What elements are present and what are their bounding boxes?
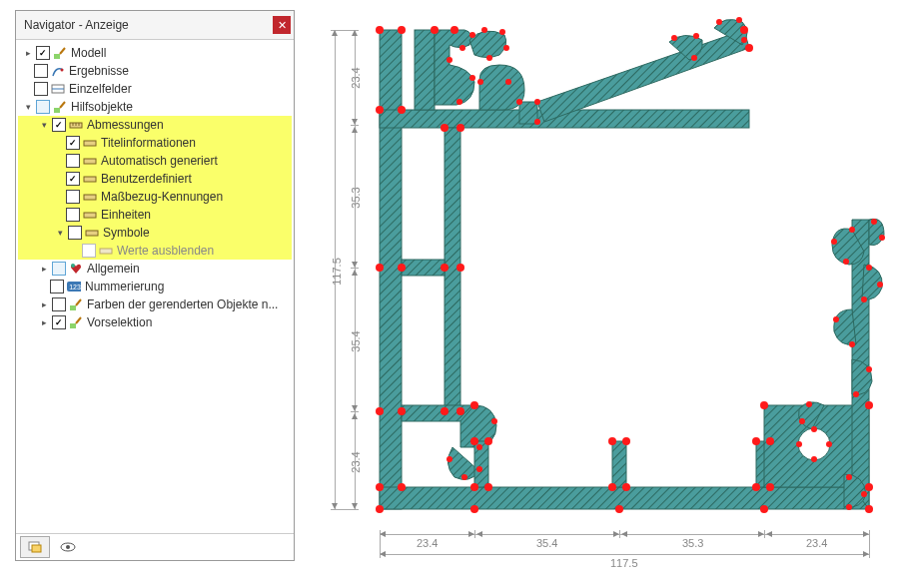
checkbox[interactable] (82, 244, 96, 258)
tree-item-modell[interactable]: Modell (69, 44, 106, 62)
arrow-icon (613, 531, 619, 537)
checkbox[interactable] (66, 190, 80, 204)
tree-item-abmessungen[interactable]: Abmessungen (85, 116, 164, 134)
svg-rect-0 (54, 54, 60, 59)
checkbox[interactable] (50, 280, 64, 294)
svg-point-113 (831, 239, 837, 245)
svg-point-107 (865, 505, 873, 513)
tab-eye-icon[interactable] (54, 537, 82, 557)
svg-point-126 (846, 504, 852, 510)
svg-point-52 (398, 407, 406, 415)
tree-item-farben[interactable]: Farben der gerenderten Objekte n... (85, 295, 278, 313)
checkbox[interactable] (34, 64, 48, 78)
svg-rect-11 (84, 141, 96, 146)
arrow-icon (476, 531, 482, 537)
checkbox[interactable] (52, 262, 66, 276)
expander[interactable]: ▾ (22, 101, 34, 113)
svg-point-86 (470, 483, 478, 491)
dim-line (380, 554, 869, 555)
checkbox[interactable] (68, 226, 82, 240)
expander[interactable]: ▸ (38, 298, 50, 310)
svg-rect-26 (32, 545, 41, 552)
svg-point-63 (481, 27, 487, 33)
expander[interactable]: ▾ (54, 227, 66, 239)
svg-point-125 (861, 491, 867, 497)
tree-item-titelinformationen[interactable]: Titelinformationen (99, 134, 196, 152)
tab-panel-icon[interactable] (20, 536, 50, 558)
svg-point-101 (447, 456, 452, 462)
svg-point-106 (865, 483, 873, 491)
close-icon: ✕ (278, 19, 287, 32)
svg-point-74 (716, 19, 722, 25)
svg-point-130 (615, 505, 623, 513)
arrow-icon (766, 531, 772, 537)
checkbox[interactable] (66, 136, 80, 150)
navigator-panel: Navigator - Anzeige ✕ ▸ Modell Ergebniss… (15, 10, 295, 561)
ruler-icon (83, 208, 97, 222)
dim-h4: 23.4 (806, 537, 827, 549)
checkbox[interactable] (36, 100, 50, 114)
tree-item-werte-ausblenden[interactable]: Werte ausblenden (115, 242, 214, 260)
tree-item-vorselektion[interactable]: Vorselektion (85, 313, 152, 331)
dim-tick (869, 530, 870, 558)
svg-point-73 (745, 44, 753, 52)
svg-point-59 (459, 45, 465, 51)
svg-point-84 (441, 407, 449, 415)
heart-icon (69, 262, 83, 276)
checkbox[interactable] (66, 208, 80, 222)
tree-item-massbezug[interactable]: Maßbezug-Kennungen (99, 188, 223, 206)
tree-item-hilfsobjekte[interactable]: Hilfsobjekte (69, 98, 133, 116)
checkbox[interactable] (52, 118, 66, 132)
svg-point-57 (450, 26, 458, 34)
tree-item-symbole[interactable]: Symbole (101, 224, 150, 242)
expander[interactable]: ▸ (38, 316, 50, 328)
svg-rect-16 (86, 231, 98, 236)
checkbox[interactable] (52, 315, 66, 329)
checkbox[interactable] (36, 46, 50, 60)
svg-point-61 (469, 75, 475, 81)
svg-point-28 (66, 545, 70, 549)
svg-point-60 (447, 57, 452, 63)
cad-profile (325, 10, 894, 529)
checkbox[interactable] (34, 82, 48, 96)
svg-point-111 (811, 456, 817, 462)
svg-rect-38 (402, 260, 445, 276)
checkbox[interactable] (66, 172, 80, 186)
svg-point-94 (752, 483, 760, 491)
svg-point-51 (376, 407, 384, 415)
svg-rect-14 (84, 195, 96, 200)
panel-bottom-bar (16, 533, 294, 560)
svg-point-88 (470, 437, 478, 445)
expander[interactable]: ▸ (22, 47, 34, 59)
tree-item-benutzerdefiniert[interactable]: Benutzerdefiniert (99, 170, 192, 188)
svg-point-78 (693, 33, 699, 39)
svg-point-46 (398, 26, 406, 34)
svg-point-99 (491, 418, 497, 424)
panel-header: Navigator - Anzeige ✕ (16, 11, 294, 40)
svg-point-50 (398, 264, 406, 272)
svg-point-116 (877, 282, 883, 288)
svg-point-97 (766, 437, 774, 445)
tree-item-nummerierung[interactable]: Nummerierung (83, 278, 164, 295)
svg-text:123: 123 (69, 284, 81, 291)
tree-item-allgemein[interactable]: Allgemein (85, 260, 140, 278)
tree-item-ergebnisse[interactable]: Ergebnisse (67, 62, 129, 80)
tree-item-automatisch[interactable]: Automatisch generiert (99, 152, 218, 170)
close-button[interactable]: ✕ (273, 16, 291, 34)
tree-item-einheiten[interactable]: Einheiten (99, 206, 151, 224)
ruler-icon (99, 244, 113, 258)
expander[interactable]: ▸ (38, 263, 50, 275)
panel-title: Navigator - Anzeige (24, 18, 129, 32)
svg-line-22 (76, 299, 81, 305)
svg-rect-12 (84, 159, 96, 164)
brush-icon (53, 100, 67, 114)
svg-rect-15 (84, 213, 96, 218)
svg-point-91 (622, 483, 630, 491)
checkbox[interactable] (66, 154, 80, 168)
checkbox[interactable] (52, 297, 66, 311)
dim-h3: 35.3 (682, 537, 703, 549)
expander[interactable]: ▾ (38, 119, 50, 131)
tree-item-einzelfelder[interactable]: Einzelfelder (67, 80, 132, 98)
svg-point-103 (476, 466, 482, 472)
svg-line-24 (76, 317, 81, 323)
